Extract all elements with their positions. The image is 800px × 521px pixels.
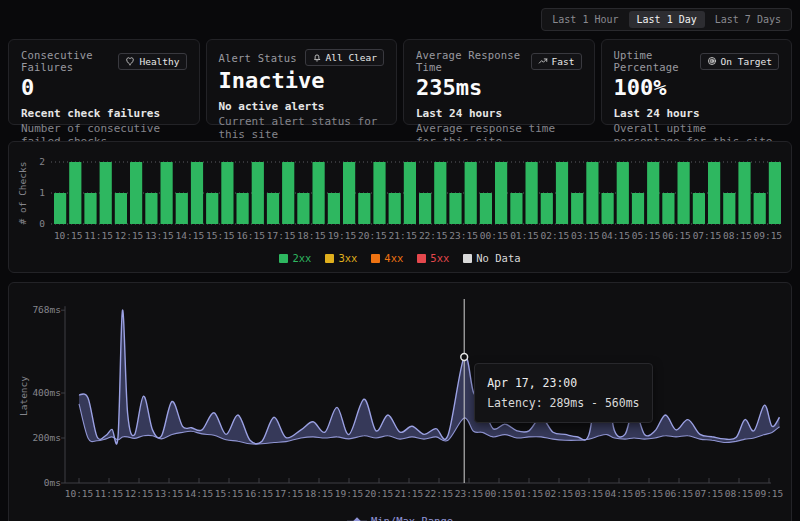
- bar[interactable]: [449, 193, 461, 224]
- svg-text:05:15: 05:15: [632, 230, 661, 241]
- legend-item-5xx[interactable]: 5xx: [417, 252, 449, 264]
- bar[interactable]: [130, 162, 142, 224]
- bar[interactable]: [145, 193, 157, 224]
- svg-text:08:15: 08:15: [723, 230, 752, 241]
- svg-text:12:15: 12:15: [115, 230, 144, 241]
- bar[interactable]: [632, 193, 644, 224]
- svg-text:06:15: 06:15: [665, 488, 694, 499]
- bar[interactable]: [571, 193, 583, 224]
- svg-text:00:15: 00:15: [485, 488, 514, 499]
- svg-text:16:15: 16:15: [245, 488, 274, 499]
- legend-swatch: [325, 254, 334, 263]
- svg-text:04:15: 04:15: [601, 230, 630, 241]
- bar[interactable]: [526, 162, 538, 224]
- svg-text:11:15: 11:15: [84, 230, 113, 241]
- bar[interactable]: [586, 162, 598, 224]
- bar[interactable]: [115, 193, 127, 224]
- time-range-group: Last 1 Hour Last 1 Day Last 7 Days: [541, 8, 792, 31]
- bar[interactable]: [221, 162, 233, 224]
- svg-text:09:15: 09:15: [755, 488, 783, 499]
- legend-item-2xx[interactable]: 2xx: [279, 252, 311, 264]
- time-range-bar: Last 1 Hour Last 1 Day Last 7 Days: [0, 0, 800, 31]
- bar[interactable]: [313, 162, 325, 224]
- bar[interactable]: [495, 162, 507, 224]
- svg-text:01:15: 01:15: [515, 488, 544, 499]
- bar[interactable]: [358, 193, 370, 224]
- bar[interactable]: [617, 162, 629, 224]
- stat-cards-row: Consecutive Failures Healthy 0 Recent ch…: [8, 39, 792, 125]
- stat-subtitle: No active alerts: [219, 100, 385, 113]
- legend-label: 3xx: [338, 252, 357, 264]
- svg-text:06:15: 06:15: [662, 230, 691, 241]
- svg-text:13:15: 13:15: [145, 230, 174, 241]
- bar[interactable]: [297, 193, 309, 224]
- bar[interactable]: [343, 162, 355, 224]
- bar[interactable]: [510, 193, 522, 224]
- bar[interactable]: [738, 162, 750, 224]
- bar[interactable]: [662, 193, 674, 224]
- stat-card-consecutive-failures: Consecutive Failures Healthy 0 Recent ch…: [8, 39, 200, 125]
- bar[interactable]: [769, 162, 781, 224]
- bar[interactable]: [54, 193, 66, 224]
- svg-text:19:15: 19:15: [335, 488, 364, 499]
- latency-area-chart[interactable]: Latency768ms400ms200ms0ms10:1511:1512:15…: [17, 291, 783, 509]
- legend-label: Min/Max Range: [371, 515, 453, 521]
- bar[interactable]: [404, 162, 416, 224]
- time-range-last-1-hour[interactable]: Last 1 Hour: [544, 11, 626, 28]
- bar[interactable]: [267, 193, 279, 224]
- stat-title: Alert Status: [219, 52, 297, 64]
- bar[interactable]: [556, 162, 568, 224]
- bar[interactable]: [191, 162, 203, 224]
- bar[interactable]: [465, 162, 477, 224]
- bar[interactable]: [541, 193, 553, 224]
- time-range-last-1-day[interactable]: Last 1 Day: [629, 11, 705, 28]
- bar[interactable]: [100, 162, 112, 224]
- latency-chart-panel: Latency768ms400ms200ms0ms10:1511:1512:15…: [8, 282, 792, 521]
- bar[interactable]: [373, 162, 385, 224]
- bar[interactable]: [647, 162, 659, 224]
- bar[interactable]: [161, 162, 173, 224]
- bar[interactable]: [419, 193, 431, 224]
- bar[interactable]: [723, 193, 735, 224]
- bar[interactable]: [754, 193, 766, 224]
- bar[interactable]: [176, 193, 188, 224]
- time-range-last-7-days[interactable]: Last 7 Days: [707, 11, 789, 28]
- heart-pulse-icon: [125, 56, 135, 66]
- bar[interactable]: [693, 193, 705, 224]
- bar[interactable]: [328, 193, 340, 224]
- svg-text:14:15: 14:15: [176, 230, 205, 241]
- bar[interactable]: [237, 193, 249, 224]
- bar[interactable]: [434, 162, 446, 224]
- legend-item-3xx[interactable]: 3xx: [325, 252, 357, 264]
- checks-bar-chart[interactable]: # of Checks21010:1511:1512:1513:1514:151…: [17, 150, 783, 246]
- badge-label: On Target: [721, 56, 772, 67]
- legend-item-4xx[interactable]: 4xx: [371, 252, 403, 264]
- svg-text:03:15: 03:15: [571, 230, 600, 241]
- stat-subtitle: Last 24 hours: [614, 107, 780, 120]
- bar[interactable]: [252, 162, 264, 224]
- bar[interactable]: [206, 193, 218, 224]
- svg-text:00:15: 00:15: [480, 230, 509, 241]
- bar[interactable]: [69, 162, 81, 224]
- bar[interactable]: [678, 162, 690, 224]
- bar[interactable]: [84, 193, 96, 224]
- svg-text:10:15: 10:15: [54, 230, 83, 241]
- svg-text:12:15: 12:15: [125, 488, 154, 499]
- legend-item-minmax-range[interactable]: Min/Max Range: [347, 515, 453, 521]
- bar[interactable]: [480, 193, 492, 224]
- stat-description: Current alert status for this site: [219, 115, 385, 141]
- status-badge-fast: Fast: [531, 53, 582, 70]
- legend-swatch: [463, 254, 472, 263]
- legend-swatch: [417, 254, 426, 263]
- legend-label: 4xx: [384, 252, 403, 264]
- legend-item-no-data[interactable]: No Data: [463, 252, 520, 264]
- svg-text:02:15: 02:15: [545, 488, 574, 499]
- bar[interactable]: [389, 193, 401, 224]
- svg-text:17:15: 17:15: [275, 488, 304, 499]
- svg-text:03:15: 03:15: [575, 488, 604, 499]
- bar[interactable]: [708, 162, 720, 224]
- stat-title: Consecutive Failures: [21, 49, 118, 73]
- svg-text:22:15: 22:15: [425, 488, 454, 499]
- bar[interactable]: [282, 162, 294, 224]
- bar[interactable]: [602, 193, 614, 224]
